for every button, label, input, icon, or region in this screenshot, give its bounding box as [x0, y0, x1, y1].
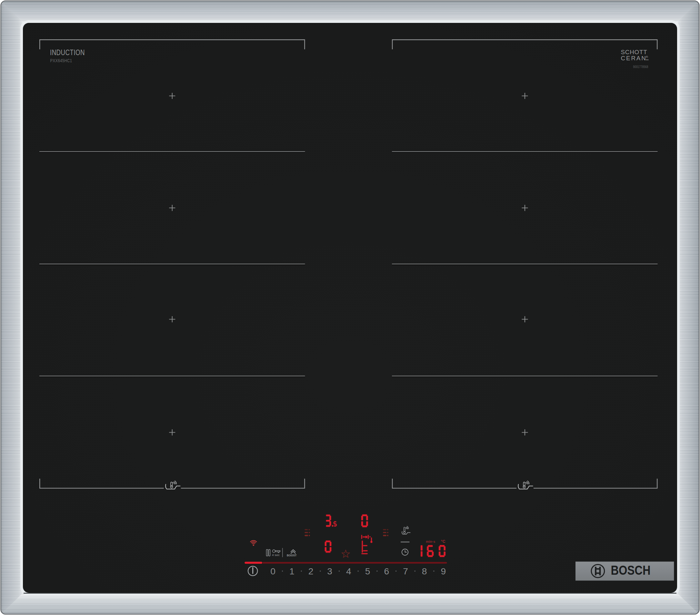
svg-text:6: 6 [384, 566, 389, 576]
svg-text:min·s: min·s [426, 540, 435, 543]
svg-text:BOSCH: BOSCH [611, 563, 651, 577]
svg-text:5: 5 [365, 566, 370, 576]
svg-text:3: 3 [327, 566, 332, 576]
svg-text:°C: °C [441, 539, 446, 544]
svg-text:CERAN: CERAN [621, 55, 647, 62]
svg-text:1: 1 [289, 566, 295, 576]
svg-text:9001778568: 9001778568 [633, 65, 648, 69]
svg-text:2: 2 [308, 566, 314, 576]
svg-text:4 sec: 4 sec [272, 553, 280, 557]
svg-text:0: 0 [270, 566, 275, 576]
svg-text:®: ® [646, 55, 648, 59]
svg-text:SCHOTT: SCHOTT [621, 49, 647, 55]
svg-text:8: 8 [422, 566, 427, 576]
svg-text:4: 4 [346, 566, 351, 576]
svg-text:BOOST: BOOST [287, 554, 297, 557]
svg-text:7: 7 [403, 566, 408, 576]
svg-text:INDUCTION: INDUCTION [50, 48, 85, 57]
svg-text:PXX645HC1: PXX645HC1 [50, 58, 72, 63]
svg-text:9: 9 [441, 566, 446, 576]
